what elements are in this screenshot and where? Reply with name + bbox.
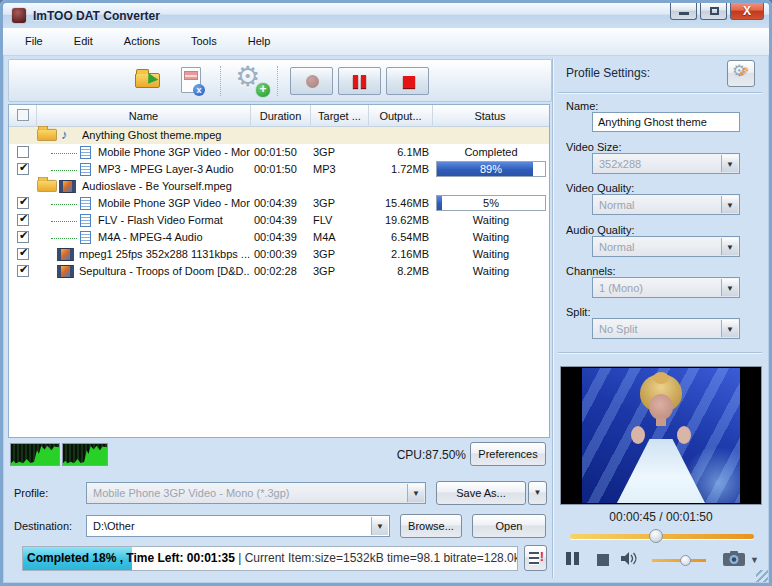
- snapshot-button[interactable]: [722, 550, 746, 569]
- cell-output: 6.54MB: [363, 229, 429, 246]
- select-all-checkbox[interactable]: [17, 109, 29, 121]
- table-row[interactable]: Mobile Phone 3GP Video - Mono00:04:393GP…: [9, 195, 549, 212]
- file-list-header: Name Duration Target ... Output... Statu…: [9, 105, 549, 127]
- table-row[interactable]: mpeg1 25fps 352x288 1131kbps ...00:00:39…: [9, 246, 549, 263]
- cell-status: 89%: [435, 161, 547, 178]
- cell-status: Waiting: [435, 229, 547, 246]
- profile-item-icon: [80, 163, 91, 176]
- stop-convert-button[interactable]: [386, 67, 429, 95]
- channels-select[interactable]: 1 (Mono)▼: [592, 277, 740, 298]
- seek-slider[interactable]: [570, 534, 754, 539]
- volume-thumb[interactable]: [680, 555, 691, 566]
- row-checkbox[interactable]: [17, 248, 29, 260]
- header-output[interactable]: Output...: [369, 105, 433, 127]
- table-row[interactable]: Mobile Phone 3GP Video - Mono00:01:503GP…: [9, 144, 549, 161]
- profile-settings-title: Profile Settings:: [566, 66, 650, 80]
- row-checkbox[interactable]: [17, 214, 29, 226]
- add-profile-button[interactable]: ⚙ +: [235, 64, 269, 98]
- cell-target: MP3: [313, 161, 367, 178]
- cell-name: Mobile Phone 3GP Video - Mono: [98, 144, 250, 161]
- profile-select[interactable]: Mobile Phone 3GP Video - Mono (*.3gp)▼: [86, 482, 426, 504]
- pause-convert-button[interactable]: [338, 67, 381, 95]
- player-stop-button[interactable]: [597, 554, 609, 566]
- video-frame: [582, 368, 740, 503]
- menu-help[interactable]: Help: [234, 28, 285, 47]
- cell-duration: 00:04:39: [251, 212, 307, 229]
- remove-x-icon: x: [193, 84, 205, 96]
- add-file-arrow-icon: [140, 73, 158, 92]
- cell-output: 2.16MB: [363, 246, 429, 263]
- video-quality-select[interactable]: Normal▼: [592, 194, 740, 215]
- save-as-dropdown-button[interactable]: ▼: [528, 481, 547, 505]
- remove-file-button[interactable]: x: [181, 67, 201, 93]
- row-checkbox[interactable]: [17, 197, 29, 209]
- profile-name-input[interactable]: [592, 112, 740, 132]
- separator: [558, 92, 762, 94]
- table-row[interactable]: FLV - Flash Video Format00:04:39FLV19.62…: [9, 212, 549, 229]
- cell-status: 5%: [435, 195, 547, 212]
- panel-divider: [552, 58, 554, 578]
- save-as-button[interactable]: Save As...: [436, 481, 526, 505]
- edit-profile-button[interactable]: ⚙ ✎: [727, 60, 755, 87]
- header-duration[interactable]: Duration: [251, 105, 311, 127]
- browse-button[interactable]: Browse...: [400, 514, 462, 538]
- status-bold-text: Completed 18% , Time Left: 00:01:35: [27, 551, 235, 565]
- tree-connector-icon: [51, 153, 77, 154]
- header-target[interactable]: Target ...: [311, 105, 369, 127]
- close-button[interactable]: X: [730, 3, 764, 20]
- cpu-history-meter: [10, 443, 60, 466]
- progress-bar: 5%: [436, 195, 546, 211]
- row-checkbox[interactable]: [17, 146, 29, 158]
- cell-output: 15.46MB: [363, 195, 429, 212]
- video-size-select[interactable]: 352x288▼: [592, 153, 740, 174]
- split-select[interactable]: No Split▼: [592, 318, 740, 339]
- table-row[interactable]: ♪Anything Ghost theme.mpeg: [9, 127, 549, 144]
- seek-thumb[interactable]: [649, 529, 663, 543]
- player-pause-button[interactable]: [566, 552, 582, 567]
- progress-bar: 89%: [436, 161, 546, 177]
- title-bar[interactable]: ImTOO DAT Converter X: [3, 3, 769, 28]
- close-icon: X: [731, 4, 763, 18]
- record-button[interactable]: [290, 67, 333, 95]
- open-button[interactable]: Open: [472, 514, 546, 538]
- window-title: ImTOO DAT Converter: [33, 9, 160, 23]
- menu-file[interactable]: File: [11, 28, 57, 47]
- cell-status: Waiting: [435, 246, 547, 263]
- snapshot-dropdown-button[interactable]: ▼: [750, 555, 759, 565]
- toolbar: x ⚙ +: [8, 59, 552, 102]
- header-status[interactable]: Status: [433, 105, 547, 127]
- add-file-button[interactable]: [135, 73, 160, 88]
- menu-edit[interactable]: Edit: [60, 28, 107, 47]
- cell-duration: 00:01:50: [251, 144, 307, 161]
- log-button[interactable]: !: [524, 545, 547, 571]
- destination-select[interactable]: D:\Other▼: [86, 515, 390, 537]
- cell-target: FLV: [313, 212, 367, 229]
- header-checkbox-cell[interactable]: [9, 105, 37, 127]
- volume-slider[interactable]: [652, 559, 706, 562]
- audio-quality-select[interactable]: Normal▼: [592, 236, 740, 257]
- menu-tools[interactable]: Tools: [177, 28, 231, 47]
- table-row[interactable]: M4A - MPEG-4 Audio00:04:39M4A6.54MBWaiti…: [9, 229, 549, 246]
- table-row[interactable]: MP3 - MPEG Layer-3 Audio00:01:50MP31.72M…: [9, 161, 549, 178]
- cell-status: Completed: [435, 144, 547, 161]
- table-row[interactable]: Audioslave - Be Yourself.mpeg: [9, 178, 549, 195]
- app-icon: [12, 8, 26, 23]
- cell-output: 6.1MB: [363, 144, 429, 161]
- channels-label: Channels:: [566, 265, 616, 277]
- music-note-icon: ♪: [61, 127, 68, 142]
- row-checkbox[interactable]: [17, 265, 29, 277]
- row-checkbox[interactable]: [17, 231, 29, 243]
- cell-target: M4A: [313, 229, 367, 246]
- filmstrip-icon: [184, 71, 198, 80]
- cell-target: 3GP: [313, 246, 367, 263]
- resize-grip[interactable]: [756, 570, 768, 582]
- header-name[interactable]: Name: [37, 105, 251, 127]
- volume-icon[interactable]: [620, 551, 640, 568]
- video-size-label: Video Size:: [566, 141, 621, 153]
- minimize-button[interactable]: [670, 3, 697, 20]
- maximize-button[interactable]: [700, 3, 727, 20]
- preferences-button[interactable]: Preferences: [470, 442, 546, 466]
- row-checkbox[interactable]: [17, 163, 29, 175]
- table-row[interactable]: Sepultura - Troops of Doom [D&D...00:02:…: [9, 263, 549, 280]
- menu-actions[interactable]: Actions: [110, 28, 174, 47]
